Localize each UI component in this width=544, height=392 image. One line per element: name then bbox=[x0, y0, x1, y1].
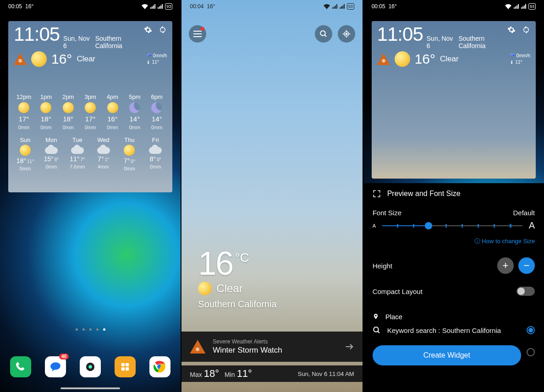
place-radio-keyword[interactable] bbox=[527, 326, 535, 334]
info-link[interactable]: ⓘ How to change Size bbox=[363, 237, 544, 251]
summary-bar: Max 18° Min 11° Sun, Nov 6 11:04 AM bbox=[181, 365, 362, 382]
locate-button[interactable] bbox=[338, 25, 355, 43]
alert-title: Winter Storm Watch bbox=[213, 346, 336, 355]
svg-rect-5 bbox=[126, 367, 129, 370]
refresh-icon[interactable] bbox=[159, 26, 167, 34]
daily-item: Mon15°8°0mm bbox=[40, 136, 63, 171]
refresh-icon[interactable] bbox=[522, 26, 530, 34]
widget-date: Sun, Nov 6 bbox=[63, 35, 92, 49]
battery-icon: 93 bbox=[528, 3, 536, 10]
font-size-label: Font Size bbox=[373, 209, 401, 217]
svg-rect-3 bbox=[126, 363, 129, 366]
preview-label: Preview and Font Size bbox=[387, 190, 461, 198]
search-icon bbox=[373, 326, 381, 334]
height-plus-button[interactable]: + bbox=[497, 257, 514, 274]
font-size-slider[interactable] bbox=[382, 225, 522, 226]
settings-icon[interactable] bbox=[507, 26, 516, 34]
phone-app[interactable] bbox=[10, 356, 31, 377]
hourly-item: 4pm16°0mm bbox=[103, 93, 123, 130]
precip-info: ☔ 0mm/h 🌡 11° bbox=[510, 53, 530, 65]
wifi-icon bbox=[505, 4, 511, 9]
svg-point-1 bbox=[88, 365, 92, 368]
hourly-item: 2pm18°0mm bbox=[58, 93, 78, 130]
main-condition: Clear bbox=[198, 282, 276, 295]
alert-icon: ❄ bbox=[190, 340, 205, 354]
wifi-icon bbox=[324, 4, 330, 9]
sun-icon bbox=[31, 51, 47, 67]
menu-button[interactable] bbox=[189, 25, 206, 43]
status-temp: 16° bbox=[389, 3, 397, 10]
signal-icon-2 bbox=[521, 4, 526, 9]
timestamp: Sun, Nov 6 11:04 AM bbox=[298, 370, 354, 377]
font-size-value: Default bbox=[513, 209, 535, 217]
daily-item: Thu7°0°0mm bbox=[118, 136, 141, 171]
alert-subtitle: Severe Weather Alerts bbox=[213, 338, 336, 345]
signal-icon bbox=[150, 4, 155, 9]
signal-icon bbox=[332, 4, 337, 9]
search-value[interactable]: Keyword search : Southern California bbox=[387, 327, 520, 334]
min-label: Min bbox=[225, 371, 235, 378]
place-label: Place bbox=[385, 313, 403, 321]
signal-icon bbox=[514, 4, 519, 9]
signal-icon-2 bbox=[340, 4, 345, 9]
hourly-item: 12pm17°0mm bbox=[14, 93, 34, 130]
preview-section[interactable]: Preview and Font Size bbox=[363, 183, 544, 204]
height-label: Height bbox=[373, 262, 392, 270]
dock: 40 bbox=[0, 356, 181, 377]
large-a-icon: A bbox=[529, 220, 535, 231]
compact-toggle[interactable] bbox=[517, 287, 535, 296]
current-temp: 16° bbox=[51, 51, 72, 67]
daily-item: Fri8°0°0mm bbox=[144, 136, 167, 171]
preview-temp: 16° bbox=[415, 51, 435, 67]
place-radio-other[interactable] bbox=[527, 348, 535, 356]
status-time: 00:05 bbox=[8, 3, 22, 10]
svg-point-14 bbox=[374, 327, 379, 332]
hourly-item: 6pm14°0mm bbox=[147, 93, 167, 130]
home-indicator[interactable] bbox=[60, 387, 120, 389]
svg-point-13 bbox=[346, 33, 347, 34]
main-temp: 16 bbox=[198, 245, 233, 282]
widget-location: Southern California bbox=[95, 35, 144, 49]
create-widget-button[interactable]: Create Widget bbox=[373, 345, 521, 365]
current-condition: Clear bbox=[77, 54, 95, 64]
weather-widget[interactable]: 11:05 Sun, Nov 6 Southern California ❄ 1… bbox=[8, 21, 172, 192]
status-bar: 00:04 16° 93 bbox=[181, 0, 362, 13]
status-temp: 16° bbox=[207, 3, 215, 10]
svg-rect-9 bbox=[193, 33, 202, 34]
max-label: Max bbox=[190, 371, 202, 378]
hourly-item: 1pm18°0mm bbox=[36, 93, 56, 130]
svg-rect-8 bbox=[193, 31, 202, 32]
temp-unit: °C bbox=[235, 250, 249, 265]
signal-icon-2 bbox=[158, 4, 163, 9]
compact-row: Compact Layout bbox=[363, 280, 544, 302]
widget-preview: 11:05 Sun, Nov 6 Southern California ❄ 1… bbox=[372, 21, 536, 179]
preview-time: 11:05 bbox=[377, 25, 423, 44]
camera-app[interactable] bbox=[80, 356, 101, 377]
wifi-icon bbox=[142, 4, 148, 9]
status-time: 00:05 bbox=[372, 3, 385, 10]
small-a-icon: A bbox=[373, 223, 376, 229]
svg-rect-4 bbox=[121, 367, 125, 370]
status-bar: 00:05 16° 93 bbox=[363, 0, 544, 13]
height-minus-button[interactable]: − bbox=[518, 257, 535, 274]
precip-info: ☔ 0mm/h 🌡 11° bbox=[146, 53, 167, 65]
alert-banner[interactable]: ❄ Severe Weather Alerts Winter Storm Wat… bbox=[181, 332, 362, 362]
height-row: Height + − bbox=[363, 251, 544, 280]
status-bar: 00:05 16° 93 bbox=[0, 0, 181, 13]
arrow-right-icon bbox=[344, 342, 354, 352]
hourly-item: 3pm17°0mm bbox=[80, 93, 100, 130]
chrome-app[interactable] bbox=[149, 356, 170, 377]
expand-icon bbox=[373, 190, 381, 198]
battery-icon: 93 bbox=[347, 3, 354, 10]
search-button[interactable] bbox=[315, 25, 332, 43]
messages-app[interactable]: 40 bbox=[45, 356, 66, 377]
battery-icon: 93 bbox=[165, 3, 172, 10]
page-indicator bbox=[0, 328, 181, 331]
settings-icon[interactable] bbox=[144, 26, 152, 34]
svg-rect-10 bbox=[193, 36, 202, 37]
daily-item: Sun18°11°0mm bbox=[14, 136, 37, 171]
daily-item: Tue11°7°7.6mm bbox=[66, 136, 89, 171]
max-temp: 18° bbox=[204, 368, 219, 380]
widgets-app[interactable] bbox=[115, 356, 136, 377]
preview-date: Sun, Nov 6 bbox=[427, 35, 455, 49]
